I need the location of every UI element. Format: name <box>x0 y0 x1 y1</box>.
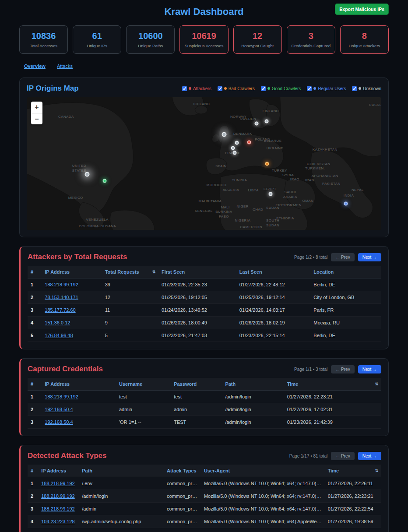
attack-types-table-body: 1188.218.99.192/.envcommon_probesMozilla… <box>28 477 381 532</box>
ip-link[interactable]: 192.168.50.4 <box>45 419 73 425</box>
sort-icon[interactable]: ⇅ <box>152 270 155 274</box>
ip-link[interactable]: 188.218.99.192 <box>41 481 74 486</box>
map-marker-good-crawler[interactable] <box>103 179 107 183</box>
table-cell: 'OR 1=1 -- <box>116 416 171 429</box>
legend-dot <box>359 87 361 90</box>
table-row: 1188.218.99.1923901/23/2026, 22:35:2301/… <box>28 278 381 291</box>
zoom-in-button[interactable]: + <box>31 102 42 113</box>
map-marker-regular-user[interactable] <box>344 202 348 206</box>
map-marker-unknown[interactable] <box>264 120 268 123</box>
table-cell: 2 <box>28 490 38 503</box>
table-row: 3185.177.72.601101/24/2026, 13:49:5201/2… <box>28 304 381 317</box>
table-row: 1188.218.99.192testtest/admin/login01/27… <box>28 391 381 403</box>
table-cell: /admin/login <box>222 416 284 429</box>
table-cell: admin <box>171 403 222 416</box>
col-header-ip-address: IP Address <box>38 465 79 477</box>
map-marker-unknown[interactable] <box>84 172 89 177</box>
ip-link[interactable]: 104.23.223.128 <box>41 519 74 524</box>
col-header-ip-address: IP Address <box>42 378 116 391</box>
ip-link[interactable]: 192.168.50.4 <box>45 407 73 412</box>
map-marker-attacker[interactable] <box>247 141 251 144</box>
sort-icon[interactable]: ⇅ <box>375 469 378 473</box>
map-canvas[interactable]: + − ICELANDCANADARUSSIANORWAYSWEDENFINLA… <box>27 97 381 230</box>
ip-link[interactable]: 176.84.96.48 <box>45 333 73 338</box>
legend-checkbox-attackers[interactable] <box>182 86 187 91</box>
ip-link[interactable]: 151.36.0.12 <box>45 320 70 325</box>
legend-item-bad-crawlers[interactable]: Bad Crawlers <box>218 86 255 91</box>
table-cell: /.env <box>79 477 164 490</box>
tab-overview[interactable]: Overview <box>24 63 46 69</box>
ip-link[interactable]: 188.218.99.192 <box>41 506 74 511</box>
table-cell: Mozilla/5.0 (Windows NT 10.0; Win64; x64… <box>201 503 325 515</box>
map-marker-unknown[interactable] <box>222 132 227 137</box>
map-marker-unknown[interactable] <box>235 141 239 144</box>
map-marker-unknown[interactable] <box>233 151 237 155</box>
section-title-attackers: Attackers by Total Requests <box>28 253 127 261</box>
stats-row: 10836 Total Accesses 61 Unique IPs 10600… <box>19 25 389 54</box>
ip-link[interactable]: 188.218.99.192 <box>41 493 74 499</box>
legend-item-unknown[interactable]: Unknown <box>352 86 381 91</box>
col-header-index: # <box>28 378 42 391</box>
table-cell: 11 <box>102 304 158 317</box>
legend-checkbox-regular-users[interactable] <box>307 86 312 91</box>
col-header-total-requests[interactable]: Total Requests⇅ <box>102 266 158 278</box>
table-cell: 01/24/2026, 14:03:17 <box>236 304 311 317</box>
col-header-user-agent: User-Agent <box>201 465 325 477</box>
prev-button[interactable]: ← Prev <box>331 365 354 373</box>
attackers-pagination: Page 1/2 • 8 total ← Prev Next → <box>294 253 381 261</box>
table-cell: 5 <box>102 329 158 342</box>
next-button[interactable]: Next → <box>358 452 381 460</box>
attack-types-table: # IP Address Path Attack Types User-Agen… <box>28 465 381 532</box>
next-button[interactable]: Next → <box>358 253 381 261</box>
table-cell: 01/26/2026, 18:00:49 <box>158 317 236 329</box>
table-cell: test <box>116 391 171 403</box>
page-summary: Page 1/17 • 81 total <box>289 454 327 458</box>
legend-checkbox-good-crawlers[interactable] <box>261 86 266 91</box>
export-malicious-ips-button[interactable]: Export Malicious IPs <box>335 4 389 15</box>
table-cell: 12 <box>102 291 158 304</box>
page-summary: Page 1/2 • 8 total <box>294 255 327 260</box>
legend-item-good-crawlers[interactable]: Good Crawlers <box>261 86 301 91</box>
legend-label: Attackers <box>193 86 211 91</box>
col-header-time[interactable]: Time⇅ <box>325 465 381 477</box>
stat-value: 12 <box>236 31 280 41</box>
map-marker-unknown[interactable] <box>269 192 273 196</box>
stat-value: 61 <box>75 31 119 41</box>
legend-item-regular-users[interactable]: Regular Users <box>307 86 346 91</box>
attack-types-card-head: Detected Attack Types Page 1/17 • 81 tot… <box>28 451 381 460</box>
tab-attacks[interactable]: Attacks <box>57 63 73 69</box>
attackers-card-head: Attackers by Total Requests Page 1/2 • 8… <box>28 253 381 261</box>
world-map-landmass <box>27 97 381 230</box>
table-cell: 176.84.96.48 <box>42 329 102 342</box>
legend-item-attackers[interactable]: Attackers <box>182 86 211 91</box>
next-button[interactable]: Next → <box>358 365 381 373</box>
legend-checkbox-unknown[interactable] <box>352 86 357 91</box>
stat-value: 10619 <box>182 31 226 41</box>
stat-value: 8 <box>342 31 387 41</box>
table-cell: Paris, FR <box>310 304 381 317</box>
sort-icon[interactable]: ⇅ <box>375 382 378 386</box>
map-marker-unknown[interactable] <box>231 146 235 150</box>
table-cell: /admin/login <box>79 490 164 503</box>
table-cell: 2 <box>28 403 42 416</box>
ip-link[interactable]: 78.153.140.171 <box>45 295 78 300</box>
ip-link[interactable]: 188.218.99.192 <box>45 282 78 287</box>
ip-link[interactable]: 188.218.99.192 <box>45 394 78 399</box>
col-header-username: Username <box>116 378 171 391</box>
col-header-time[interactable]: Time⇅ <box>284 378 381 391</box>
map-marker-bad-crawler[interactable] <box>265 162 269 166</box>
ip-link[interactable]: 185.177.72.60 <box>45 307 75 313</box>
prev-button[interactable]: ← Prev <box>331 253 354 261</box>
table-cell: 104.23.223.128 <box>38 515 79 528</box>
map-marker-unknown[interactable] <box>254 121 258 125</box>
prev-button[interactable]: ← Prev <box>331 452 354 460</box>
table-cell: /wp-admin/setup-config.php <box>79 515 164 528</box>
ip-origins-map-card: IP Origins Map Attackers Bad Crawlers Go… <box>19 78 389 237</box>
zoom-out-button[interactable]: − <box>31 113 42 124</box>
legend-label: Unknown <box>363 86 381 91</box>
col-header-path: Path <box>79 465 164 477</box>
table-cell: 1 <box>28 278 42 291</box>
col-header-last-seen: Last Seen <box>236 266 311 278</box>
table-cell: common_probes <box>164 503 201 515</box>
legend-checkbox-bad-crawlers[interactable] <box>218 86 222 91</box>
